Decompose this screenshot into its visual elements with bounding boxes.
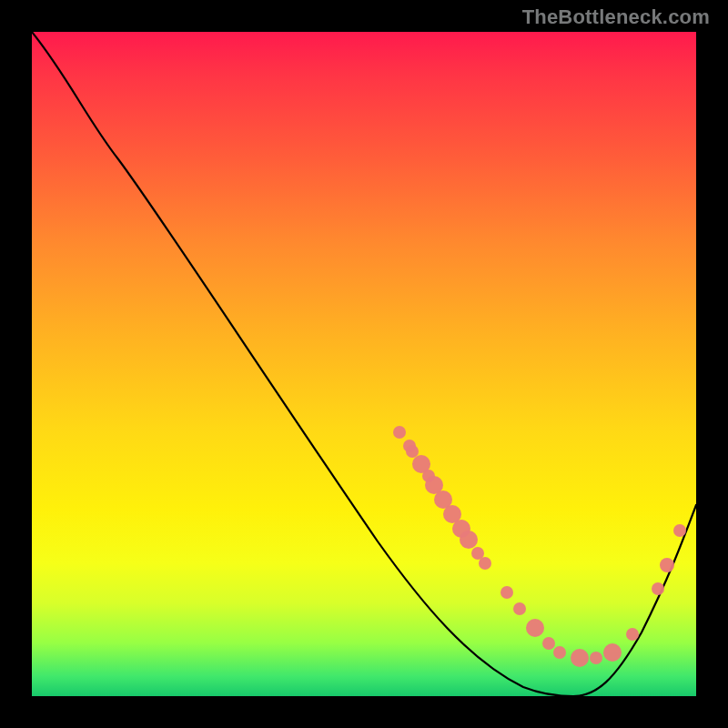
bottleneck-curve <box>32 32 696 696</box>
data-marker <box>479 557 491 570</box>
data-marker <box>526 619 544 637</box>
plot-area <box>32 32 696 696</box>
data-marker <box>553 646 566 659</box>
data-marker <box>393 426 406 439</box>
data-marker <box>660 558 674 572</box>
data-marker <box>590 652 602 664</box>
data-marker <box>571 649 589 667</box>
data-marker <box>460 531 478 549</box>
data-marker <box>513 602 526 615</box>
data-marker <box>406 445 419 458</box>
data-marker <box>626 628 639 641</box>
data-marker <box>500 586 513 599</box>
chart-stage: TheBottleneck.com <box>0 0 728 728</box>
data-marker <box>673 524 686 537</box>
data-marker <box>542 637 555 650</box>
chart-svg <box>32 32 696 696</box>
watermark-label: TheBottleneck.com <box>522 5 710 29</box>
data-marker <box>652 582 664 595</box>
data-marker <box>603 643 622 662</box>
